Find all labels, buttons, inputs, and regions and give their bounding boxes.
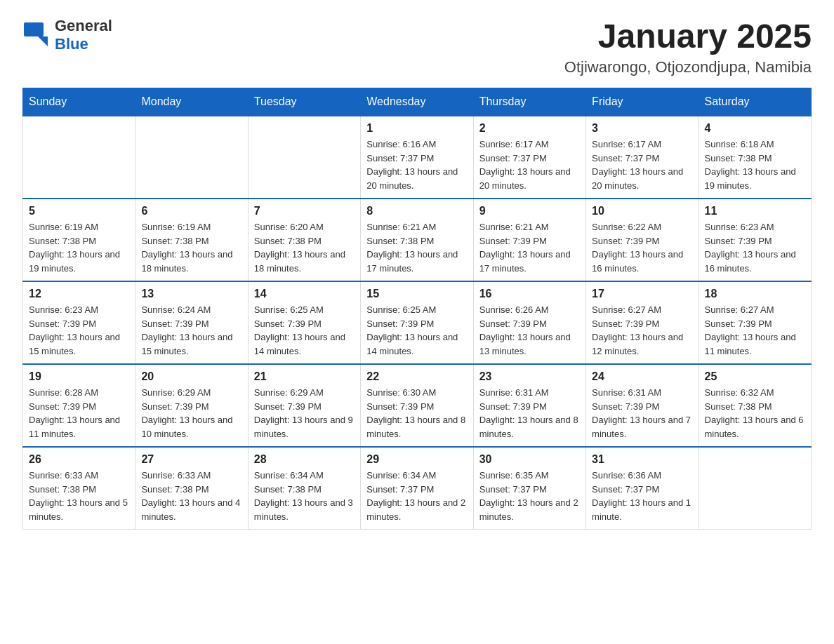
calendar-week-row: 12Sunrise: 6:23 AMSunset: 7:39 PMDayligh… bbox=[23, 281, 812, 364]
calendar-day-cell: 14Sunrise: 6:25 AMSunset: 7:39 PMDayligh… bbox=[248, 281, 360, 364]
day-number: 23 bbox=[479, 370, 580, 383]
calendar-day-cell: 17Sunrise: 6:27 AMSunset: 7:39 PMDayligh… bbox=[586, 281, 699, 364]
day-number: 1 bbox=[366, 122, 467, 135]
title-area: January 2025 Otjiwarongo, Otjozondjupa, … bbox=[564, 17, 812, 76]
calendar: SundayMondayTuesdayWednesdayThursdayFrid… bbox=[22, 88, 812, 530]
day-info: Sunrise: 6:21 AMSunset: 7:38 PMDaylight:… bbox=[366, 220, 467, 275]
header: General Blue January 2025 Otjiwarongo, O… bbox=[22, 17, 812, 76]
day-info: Sunrise: 6:19 AMSunset: 7:38 PMDaylight:… bbox=[29, 220, 129, 275]
day-number: 17 bbox=[592, 288, 692, 300]
day-number: 16 bbox=[479, 288, 580, 300]
day-info: Sunrise: 6:29 AMSunset: 7:39 PMDaylight:… bbox=[141, 386, 241, 441]
svg-rect-0 bbox=[24, 22, 44, 36]
day-number: 15 bbox=[366, 288, 467, 300]
calendar-day-cell: 8Sunrise: 6:21 AMSunset: 7:38 PMDaylight… bbox=[361, 199, 473, 281]
day-info: Sunrise: 6:19 AMSunset: 7:38 PMDaylight:… bbox=[141, 220, 241, 275]
day-number: 21 bbox=[254, 370, 355, 383]
day-info: Sunrise: 6:16 AMSunset: 7:37 PMDaylight:… bbox=[366, 137, 467, 192]
day-info: Sunrise: 6:22 AMSunset: 7:39 PMDaylight:… bbox=[592, 220, 692, 275]
day-number: 9 bbox=[479, 205, 580, 217]
logo-icon bbox=[22, 21, 51, 49]
calendar-week-row: 19Sunrise: 6:28 AMSunset: 7:39 PMDayligh… bbox=[23, 364, 812, 447]
day-info: Sunrise: 6:34 AMSunset: 7:37 PMDaylight:… bbox=[366, 469, 467, 523]
calendar-week-row: 1Sunrise: 6:16 AMSunset: 7:37 PMDaylight… bbox=[23, 116, 812, 199]
calendar-day-cell: 1Sunrise: 6:16 AMSunset: 7:37 PMDaylight… bbox=[361, 116, 473, 199]
calendar-day-cell: 2Sunrise: 6:17 AMSunset: 7:37 PMDaylight… bbox=[473, 116, 585, 199]
calendar-day-cell: 22Sunrise: 6:30 AMSunset: 7:39 PMDayligh… bbox=[361, 364, 473, 447]
calendar-day-cell: 30Sunrise: 6:35 AMSunset: 7:37 PMDayligh… bbox=[473, 447, 585, 530]
calendar-day-cell bbox=[135, 116, 248, 199]
day-info: Sunrise: 6:27 AMSunset: 7:39 PMDaylight:… bbox=[705, 303, 805, 358]
day-number: 27 bbox=[141, 453, 241, 466]
day-of-week-header: Thursday bbox=[473, 88, 585, 116]
calendar-day-cell bbox=[23, 116, 135, 199]
calendar-day-cell: 31Sunrise: 6:36 AMSunset: 7:37 PMDayligh… bbox=[586, 447, 699, 530]
calendar-day-cell: 28Sunrise: 6:34 AMSunset: 7:38 PMDayligh… bbox=[248, 447, 360, 530]
day-number: 10 bbox=[592, 205, 692, 217]
calendar-day-cell: 20Sunrise: 6:29 AMSunset: 7:39 PMDayligh… bbox=[135, 364, 248, 447]
day-info: Sunrise: 6:34 AMSunset: 7:38 PMDaylight:… bbox=[254, 469, 355, 523]
calendar-day-cell: 21Sunrise: 6:29 AMSunset: 7:39 PMDayligh… bbox=[248, 364, 360, 447]
calendar-day-cell: 3Sunrise: 6:17 AMSunset: 7:37 PMDaylight… bbox=[586, 116, 699, 199]
day-number: 8 bbox=[366, 205, 467, 217]
day-info: Sunrise: 6:33 AMSunset: 7:38 PMDaylight:… bbox=[141, 469, 241, 523]
day-number: 3 bbox=[592, 122, 692, 135]
day-number: 7 bbox=[254, 205, 355, 217]
calendar-day-cell: 12Sunrise: 6:23 AMSunset: 7:39 PMDayligh… bbox=[23, 281, 135, 364]
day-number: 22 bbox=[366, 370, 467, 383]
day-number: 18 bbox=[705, 288, 805, 300]
day-of-week-header: Monday bbox=[135, 88, 248, 116]
calendar-day-cell bbox=[248, 116, 360, 199]
logo-blue-text: Blue bbox=[55, 35, 88, 53]
logo-general-text: General bbox=[55, 17, 112, 35]
day-info: Sunrise: 6:17 AMSunset: 7:37 PMDaylight:… bbox=[479, 137, 580, 192]
calendar-week-row: 26Sunrise: 6:33 AMSunset: 7:38 PMDayligh… bbox=[23, 447, 812, 530]
day-of-week-header: Friday bbox=[586, 88, 699, 116]
calendar-day-cell: 11Sunrise: 6:23 AMSunset: 7:39 PMDayligh… bbox=[699, 199, 811, 281]
calendar-day-cell: 27Sunrise: 6:33 AMSunset: 7:38 PMDayligh… bbox=[135, 447, 248, 530]
day-info: Sunrise: 6:29 AMSunset: 7:39 PMDaylight:… bbox=[254, 386, 355, 441]
day-info: Sunrise: 6:26 AMSunset: 7:39 PMDaylight:… bbox=[479, 303, 580, 358]
calendar-day-cell: 9Sunrise: 6:21 AMSunset: 7:39 PMDaylight… bbox=[473, 199, 585, 281]
month-title: January 2025 bbox=[564, 17, 812, 55]
day-number: 25 bbox=[705, 370, 805, 383]
calendar-day-cell: 6Sunrise: 6:19 AMSunset: 7:38 PMDaylight… bbox=[135, 199, 248, 281]
day-number: 6 bbox=[141, 205, 241, 217]
day-of-week-header: Sunday bbox=[23, 88, 135, 116]
day-number: 13 bbox=[141, 288, 241, 300]
svg-marker-1 bbox=[38, 36, 48, 46]
day-info: Sunrise: 6:25 AMSunset: 7:39 PMDaylight:… bbox=[254, 303, 355, 358]
day-info: Sunrise: 6:18 AMSunset: 7:38 PMDaylight:… bbox=[705, 137, 805, 192]
day-number: 29 bbox=[366, 453, 467, 466]
location-title: Otjiwarongo, Otjozondjupa, Namibia bbox=[564, 58, 812, 76]
day-info: Sunrise: 6:32 AMSunset: 7:38 PMDaylight:… bbox=[705, 386, 805, 441]
calendar-day-cell: 24Sunrise: 6:31 AMSunset: 7:39 PMDayligh… bbox=[586, 364, 699, 447]
calendar-day-cell: 5Sunrise: 6:19 AMSunset: 7:38 PMDaylight… bbox=[23, 199, 135, 281]
day-number: 5 bbox=[29, 205, 129, 217]
day-number: 2 bbox=[479, 122, 580, 135]
day-info: Sunrise: 6:36 AMSunset: 7:37 PMDaylight:… bbox=[592, 469, 692, 523]
calendar-day-cell: 19Sunrise: 6:28 AMSunset: 7:39 PMDayligh… bbox=[23, 364, 135, 447]
calendar-header-row: SundayMondayTuesdayWednesdayThursdayFrid… bbox=[23, 88, 812, 116]
day-info: Sunrise: 6:35 AMSunset: 7:37 PMDaylight:… bbox=[479, 469, 580, 523]
day-number: 12 bbox=[29, 288, 129, 300]
calendar-day-cell: 15Sunrise: 6:25 AMSunset: 7:39 PMDayligh… bbox=[361, 281, 473, 364]
day-info: Sunrise: 6:23 AMSunset: 7:39 PMDaylight:… bbox=[705, 220, 805, 275]
calendar-day-cell: 25Sunrise: 6:32 AMSunset: 7:38 PMDayligh… bbox=[699, 364, 811, 447]
day-info: Sunrise: 6:33 AMSunset: 7:38 PMDaylight:… bbox=[29, 469, 129, 523]
day-info: Sunrise: 6:31 AMSunset: 7:39 PMDaylight:… bbox=[479, 386, 580, 441]
day-number: 26 bbox=[29, 453, 129, 466]
day-number: 24 bbox=[592, 370, 692, 383]
day-number: 20 bbox=[141, 370, 241, 383]
calendar-day-cell: 26Sunrise: 6:33 AMSunset: 7:38 PMDayligh… bbox=[23, 447, 135, 530]
day-info: Sunrise: 6:17 AMSunset: 7:37 PMDaylight:… bbox=[592, 137, 692, 192]
day-info: Sunrise: 6:27 AMSunset: 7:39 PMDaylight:… bbox=[592, 303, 692, 358]
day-info: Sunrise: 6:31 AMSunset: 7:39 PMDaylight:… bbox=[592, 386, 692, 441]
calendar-day-cell: 4Sunrise: 6:18 AMSunset: 7:38 PMDaylight… bbox=[699, 116, 811, 199]
day-info: Sunrise: 6:30 AMSunset: 7:39 PMDaylight:… bbox=[366, 386, 467, 441]
logo: General Blue bbox=[22, 17, 112, 53]
day-info: Sunrise: 6:25 AMSunset: 7:39 PMDaylight:… bbox=[366, 303, 467, 358]
calendar-day-cell: 16Sunrise: 6:26 AMSunset: 7:39 PMDayligh… bbox=[473, 281, 585, 364]
day-number: 11 bbox=[705, 205, 805, 217]
day-of-week-header: Wednesday bbox=[361, 88, 473, 116]
